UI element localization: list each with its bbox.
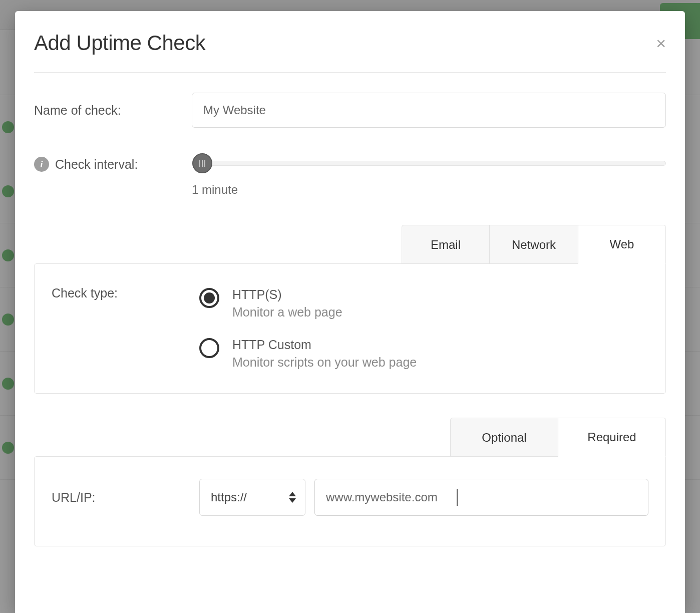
category-tab-strip: Email Network Web <box>34 225 666 264</box>
interval-slider-track[interactable] <box>192 161 666 166</box>
radio-subtitle: Monitor a web page <box>232 303 342 321</box>
url-scheme-select[interactable]: https:// <box>199 479 305 516</box>
label-checktype: Check type: <box>52 286 118 300</box>
category-tabs-block: Email Network Web Check type: HTTP(S) Mo… <box>34 225 666 394</box>
tab-label: Network <box>512 238 556 252</box>
radio-option-https[interactable]: HTTP(S) Monitor a web page <box>199 286 648 321</box>
tab-label: Required <box>587 430 636 444</box>
text-cursor <box>457 489 458 506</box>
radio-icon <box>199 338 219 358</box>
radio-option-http-custom[interactable]: HTTP Custom Monitor scripts on your web … <box>199 336 648 371</box>
settings-tab-strip: Optional Required <box>34 418 666 457</box>
tab-network[interactable]: Network <box>489 225 578 264</box>
tab-web[interactable]: Web <box>578 225 666 264</box>
label-interval: Check interval: <box>55 157 138 172</box>
settings-tab-panel: URL/IP: https:// <box>34 456 666 546</box>
tab-optional[interactable]: Optional <box>450 418 558 457</box>
label-name: Name of check: <box>34 103 121 118</box>
category-tab-panel: Check type: HTTP(S) Monitor a web page <box>34 263 666 394</box>
row-interval: i Check interval: 1 minute <box>34 158 666 197</box>
tab-label: Web <box>610 237 634 251</box>
tab-email[interactable]: Email <box>402 225 490 264</box>
close-icon[interactable]: × <box>656 35 666 52</box>
tab-required[interactable]: Required <box>558 418 666 457</box>
radio-icon <box>199 288 219 308</box>
select-caret-icon <box>289 492 296 503</box>
label-url: URL/IP: <box>52 490 96 504</box>
add-uptime-check-modal: Add Uptime Check × Name of check: i Chec… <box>15 11 685 613</box>
modal-title: Add Uptime Check <box>34 31 205 55</box>
url-host-input[interactable] <box>314 479 648 516</box>
tab-label: Email <box>431 238 461 252</box>
modal-header: Add Uptime Check × <box>34 31 666 73</box>
tab-label: Optional <box>482 431 526 445</box>
info-icon[interactable]: i <box>34 157 49 172</box>
check-name-input[interactable] <box>192 93 666 128</box>
settings-tabs-block: Optional Required URL/IP: https:// <box>34 418 666 546</box>
interval-slider-thumb[interactable] <box>192 153 212 173</box>
url-scheme-value: https:// <box>211 490 247 504</box>
row-name: Name of check: <box>34 93 666 128</box>
radio-title: HTTP Custom <box>232 336 417 354</box>
interval-value-label: 1 minute <box>192 183 666 197</box>
radio-subtitle: Monitor scripts on your web page <box>232 354 417 371</box>
radio-title: HTTP(S) <box>232 286 342 303</box>
